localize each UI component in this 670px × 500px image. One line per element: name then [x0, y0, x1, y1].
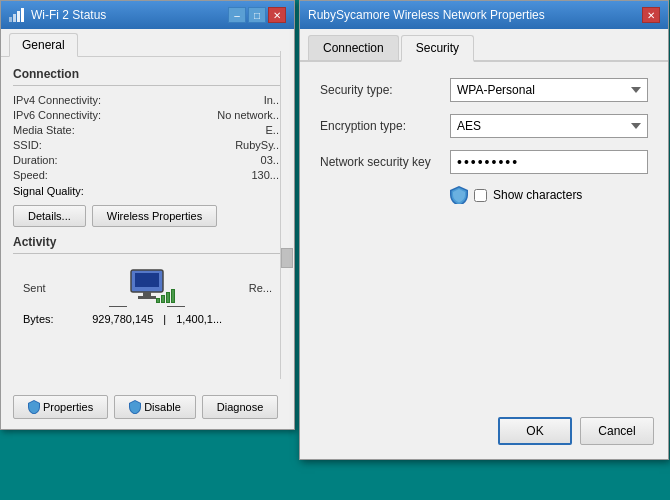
- security-type-select[interactable]: WPA-Personal WPA2-Personal WPA2-Enterpri…: [450, 78, 648, 102]
- shield-icon-props: [28, 400, 40, 414]
- ssid-label: SSID:: [13, 139, 42, 151]
- signal-bars: [156, 289, 175, 303]
- encryption-type-row: Encryption type: AES TKIP: [320, 114, 648, 138]
- svg-rect-1: [13, 14, 16, 22]
- ok-button[interactable]: OK: [498, 417, 572, 445]
- signal-quality-label: Signal Quality:: [13, 185, 282, 197]
- diagnose-button[interactable]: Diagnose: [202, 395, 278, 419]
- encryption-type-select[interactable]: AES TKIP: [450, 114, 648, 138]
- bytes-recv: 1,400,1...: [176, 313, 272, 325]
- svg-rect-5: [135, 273, 159, 287]
- bytes-label: Bytes:: [23, 313, 54, 325]
- recv-line: [167, 306, 185, 307]
- media-state-row: Media State: E...: [13, 124, 282, 136]
- props-tab-bar: Connection Security: [300, 29, 668, 62]
- connection-divider: [13, 85, 282, 86]
- activity-section-label: Activity: [13, 235, 282, 249]
- duration-value: 03...: [261, 154, 282, 166]
- security-type-label: Security type:: [320, 83, 450, 97]
- details-buttons: Details... Wireless Properties: [13, 205, 282, 227]
- sent-dash: [109, 306, 127, 307]
- wifi-titlebar-icon: [9, 7, 25, 23]
- close-button[interactable]: ✕: [268, 7, 286, 23]
- ssid-row: SSID: RubySy...: [13, 139, 282, 151]
- bytes-sent: 929,780,145: [58, 313, 154, 325]
- sent-label: Sent: [23, 282, 46, 294]
- encryption-type-control[interactable]: AES TKIP: [450, 114, 648, 138]
- svg-rect-6: [143, 292, 151, 296]
- activity-inner: Sent: [13, 262, 282, 313]
- ipv6-label: IPv6 Connectivity:: [13, 109, 101, 121]
- ipv6-row: IPv6 Connectivity: No network...: [13, 109, 282, 121]
- network-key-row: Network security key: [320, 150, 648, 174]
- wifi-titlebar: Wi-Fi 2 Status – □ ✕: [1, 1, 294, 29]
- bottom-buttons: Properties Disable Diagnose: [1, 395, 294, 419]
- recv-dash: [167, 306, 185, 307]
- svg-rect-0: [9, 17, 12, 22]
- svg-rect-7: [138, 296, 156, 299]
- tab-security[interactable]: Security: [401, 35, 474, 62]
- dialog-footer: OK Cancel: [498, 417, 654, 445]
- show-characters-row: Show characters: [450, 186, 648, 204]
- minimize-button[interactable]: –: [228, 7, 246, 23]
- speed-label: Speed:: [13, 169, 48, 181]
- network-key-input[interactable]: [450, 150, 648, 174]
- svg-rect-2: [17, 11, 20, 22]
- props-security-content: Security type: WPA-Personal WPA2-Persona…: [300, 62, 668, 220]
- security-type-control[interactable]: WPA-Personal WPA2-Personal WPA2-Enterpri…: [450, 78, 648, 102]
- security-type-row: Security type: WPA-Personal WPA2-Persona…: [320, 78, 648, 102]
- activity-divider: [13, 253, 282, 254]
- computer-icon-area: [109, 268, 185, 307]
- ipv4-label: IPv4 Connectivity:: [13, 94, 101, 106]
- wifi-content: Connection IPv4 Connectivity: In... IPv6…: [1, 57, 294, 335]
- bar-2: [161, 295, 165, 303]
- cancel-button[interactable]: Cancel: [580, 417, 654, 445]
- sent-line: [109, 306, 127, 307]
- duration-label: Duration:: [13, 154, 58, 166]
- network-key-label: Network security key: [320, 155, 450, 169]
- speed-value: 130....: [251, 169, 282, 181]
- show-chars-label: Show characters: [493, 188, 582, 202]
- wifi-tab-bar: General: [1, 29, 294, 57]
- bar-1: [156, 298, 160, 303]
- media-state-label: Media State:: [13, 124, 75, 136]
- props-titlebar-controls: ✕: [642, 7, 660, 23]
- props-close-button[interactable]: ✕: [642, 7, 660, 23]
- details-button[interactable]: Details...: [13, 205, 86, 227]
- encryption-type-label: Encryption type:: [320, 119, 450, 133]
- activity-section: Activity Sent: [13, 235, 282, 325]
- computer-graphic: [127, 268, 167, 307]
- bytes-row: Bytes: 929,780,145 | 1,400,1...: [13, 313, 282, 325]
- bar-4: [171, 289, 175, 303]
- props-titlebar: RubySycamore Wireless Network Properties…: [300, 1, 668, 29]
- recv-col: Re...: [249, 282, 272, 294]
- titlebar-controls: – □ ✕: [228, 7, 286, 23]
- wireless-properties-button[interactable]: Wireless Properties: [92, 205, 217, 227]
- connection-section-label: Connection: [13, 67, 282, 81]
- sent-col: Sent: [23, 282, 46, 294]
- maximize-button[interactable]: □: [248, 7, 266, 23]
- wifi-window-title: Wi-Fi 2 Status: [31, 8, 106, 22]
- ipv4-row: IPv4 Connectivity: In...: [13, 94, 282, 106]
- shield-icon-showchars: [450, 186, 468, 204]
- disable-button[interactable]: Disable: [114, 395, 196, 419]
- network-key-control[interactable]: [450, 150, 648, 174]
- scrollbar-thumb[interactable]: [281, 248, 293, 268]
- ipv6-value: No network...: [217, 109, 282, 121]
- scrollbar[interactable]: [280, 51, 294, 379]
- properties-button[interactable]: Properties: [13, 395, 108, 419]
- speed-row: Speed: 130....: [13, 169, 282, 181]
- duration-row: Duration: 03...: [13, 154, 282, 166]
- tab-connection[interactable]: Connection: [308, 35, 399, 60]
- shield-icon-disable: [129, 400, 141, 414]
- wifi-status-window: Wi-Fi 2 Status – □ ✕ General Connection …: [0, 0, 295, 430]
- svg-rect-3: [21, 8, 24, 22]
- bar-3: [166, 292, 170, 303]
- recv-label: Re...: [249, 282, 272, 294]
- props-title: RubySycamore Wireless Network Properties: [308, 8, 545, 22]
- ssid-value: RubySy...: [235, 139, 282, 151]
- show-chars-checkbox[interactable]: [474, 189, 487, 202]
- tab-general[interactable]: General: [9, 33, 78, 57]
- properties-dialog: RubySycamore Wireless Network Properties…: [299, 0, 669, 460]
